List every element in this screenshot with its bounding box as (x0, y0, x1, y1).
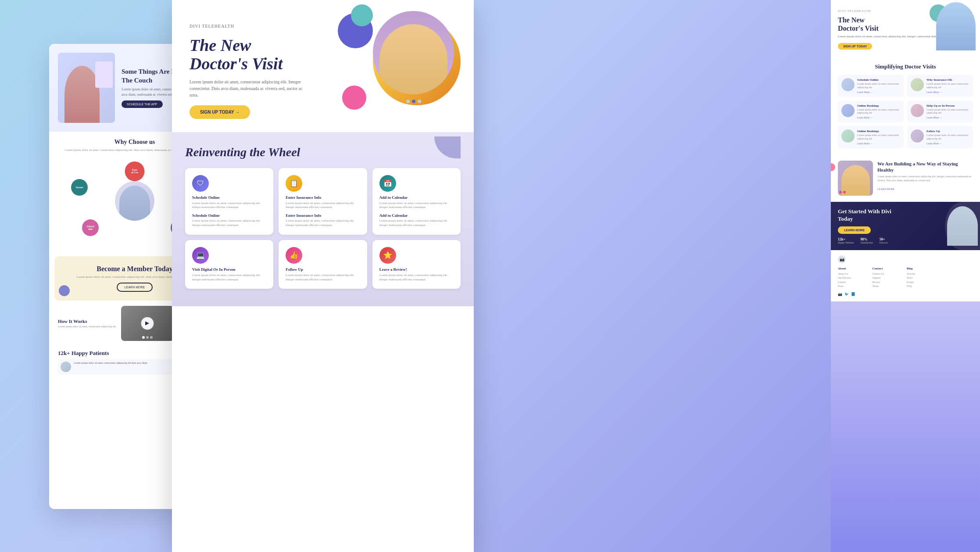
play-dot-right (843, 191, 846, 194)
doctor-figure (936, 2, 976, 50)
get-started-button[interactable]: LEARN MORE (838, 226, 871, 234)
hero-photo (373, 11, 454, 94)
building-heading: We Are Building a New Way of Staying Hea… (877, 161, 973, 173)
card3-repeat-title: Add to Calendar (379, 213, 454, 218)
card6-desc: Lorem ipsum dolor sit amet, consectetur … (379, 273, 454, 282)
how-works-image: ▶ (121, 306, 174, 341)
center-panel: DIVI TELEHEALTH The New Doctor's Visit L… (172, 0, 474, 552)
center-hero: DIVI TELEHEALTH The New Doctor's Visit L… (172, 0, 474, 132)
card4-desc: Lorem ipsum dolor sit amet, consectetur … (192, 273, 266, 282)
schedule-online-icon: 🛡 (192, 175, 209, 192)
play-button[interactable]: ▶ (141, 317, 154, 330)
simplifying-heading: Simplifying Doctor Visits (838, 63, 973, 70)
card5-desc: Lorem ipsum dolor sit amet, consectetur … (286, 273, 360, 282)
patient-info: Lorem ipsum dolor sit amet consectetur a… (74, 362, 147, 364)
card4-title: Visit Digital Or In Person (192, 267, 266, 272)
follow-up-icon: 👍 (286, 247, 302, 264)
simplifying-section: Simplifying Doctor Visits Schedule Onlin… (831, 57, 980, 154)
card2-desc: Lorem ipsum dolor sit amet, consectetur … (286, 201, 360, 210)
feature-card-1: 🛡 Schedule Online Lorem ipsum dolor sit … (185, 168, 273, 235)
simp-card-4: Help Up or In Person Lorem ipsum dolor s… (907, 100, 973, 123)
how-works-heading: How It Works (58, 319, 117, 324)
right-panel: DIVI TELEHEALTH The New Doctor's Visit L… (831, 0, 980, 552)
feature-card-4: 💻 Visit Digital Or In Person Lorem ipsum… (185, 240, 273, 289)
feature-card-6: ⭐ Leave a Review! Lorem ipsum dolor sit … (372, 240, 461, 289)
simp-text-2: Why Insurance OK Lorem ipsum dolor sit a… (926, 78, 969, 93)
footer-icon-3[interactable]: 📘 (851, 292, 855, 296)
social-row: 📷 (838, 255, 973, 263)
pink-deco-left (831, 163, 835, 171)
vdot-2 (146, 336, 149, 339)
patient-avatar (61, 362, 71, 372)
signup-button[interactable]: SIGN UP TODAY → (190, 105, 250, 119)
get-started-heading: Get Started With Divi Today (838, 208, 904, 223)
features-heading: Reinventing the Wheel (185, 145, 461, 159)
footer-col-about: About About UsOur DoctorsCareersPress (838, 267, 870, 289)
card1-repeat-title: Schedule Online (192, 213, 266, 218)
simp-card-1: Schedule Online Lorem ipsum dolor sit am… (838, 75, 904, 97)
right-hero-button[interactable]: SIGN UP TODAY (838, 43, 872, 50)
simp-text-1: Schedule Online Lorem ipsum dolor sit am… (857, 78, 900, 93)
card3-desc: Lorem ipsum dolor sit amet, consectetur … (379, 201, 454, 210)
feature-card-2: 📋 Enter Insurance Info Lorem ipsum dolor… (279, 168, 367, 235)
diagram-center-image (115, 181, 154, 221)
footer-grid: About About UsOur DoctorsCareersPress Co… (838, 267, 973, 289)
insurance-icon: 📋 (286, 175, 302, 192)
dot-1 (406, 100, 410, 103)
digital-visit-icon: 💻 (192, 247, 209, 264)
feature-card-5: 👍 Follow Up Lorem ipsum dolor sit amet, … (279, 240, 367, 289)
simp-text-4: Help Up or In Person Lorem ipsum dolor s… (926, 104, 969, 119)
calendar-icon: 📅 (379, 175, 396, 192)
footer-icon-1[interactable]: 📷 (838, 292, 842, 296)
building-learn-more[interactable]: LEARN MORE (877, 188, 894, 190)
doc-deco-figure (947, 206, 978, 246)
dot-2 (412, 100, 415, 103)
dot-3 (418, 100, 421, 103)
building-desc: Lorem ipsum dolor sit amet, consectetur … (877, 175, 973, 182)
simp-card-2: Why Insurance OK Lorem ipsum dolor sit a… (907, 75, 973, 97)
simp-icon-2 (911, 78, 924, 91)
hero-circle-teal (351, 4, 373, 26)
right-hero-image (923, 0, 980, 53)
left-hero-button[interactable]: SCHEDULE THE APP (122, 100, 163, 108)
member-deco-blue (59, 285, 70, 296)
bubble-bl: Affordable (82, 219, 99, 236)
patient-text: Lorem ipsum dolor sit amet consectetur a… (74, 362, 147, 364)
stat-3: 50+ Doctors (880, 237, 888, 244)
stat-2: 98% Satisfaction (861, 237, 873, 244)
vdot-3 (150, 336, 153, 339)
center-hero-desc: Lorem ipsum dolor sit amet, consectetur … (190, 79, 312, 98)
features-grid: 🛡 Schedule Online Lorem ipsum dolor sit … (185, 168, 461, 289)
hero-dots (406, 100, 421, 103)
footer-section: 📷 About About UsOur DoctorsCareersPress … (831, 250, 980, 301)
simp-card-5: Online Bookings Lorem ipsum dolor sit am… (838, 126, 904, 148)
simp-icon-5 (841, 129, 855, 143)
play-dot-left (839, 191, 842, 194)
card1-desc: Lorem ipsum dolor sit amet, consectetur … (192, 201, 266, 210)
left-hero-image (58, 53, 115, 123)
hero-visual (338, 9, 461, 114)
building-section: We Are Building a New Way of Staying Hea… (831, 154, 980, 202)
how-works-desc: Lorem ipsum dolor sit amet, consectetur … (58, 325, 117, 328)
card2-title: Enter Insurance Info (286, 195, 360, 200)
review-icon: ⭐ (379, 247, 396, 264)
member-button[interactable]: LEARN MORE (117, 283, 153, 292)
footer-social-bottom: 📷 🐦 📘 (838, 292, 973, 296)
card3-title: Add to Calendar (379, 195, 454, 200)
building-text: We Are Building a New Way of Staying Hea… (877, 161, 973, 192)
right-hero: DIVI TELEHEALTH The New Doctor's Visit L… (831, 0, 980, 57)
instagram-icon[interactable]: 📷 (838, 255, 846, 263)
bubble-tl: Secure (71, 179, 88, 196)
building-image (838, 161, 873, 196)
simp-card-6: Follow Up Lorem ipsum dolor sit amet con… (907, 126, 973, 148)
stat-1: 12k+ Happy Patients (838, 237, 854, 244)
simp-text-5: Online Bookings Lorem ipsum dolor sit am… (857, 129, 900, 145)
bubble-top: Easeof Use (125, 161, 145, 181)
footer-icon-2[interactable]: 🐦 (844, 292, 849, 296)
card3-repeat-desc: Lorem ipsum dolor sit amet, consectetur … (379, 219, 454, 228)
features-section: Reinventing the Wheel 🛡 Schedule Online … (172, 132, 474, 307)
get-started-section: Get Started With Divi Today LEARN MORE 1… (831, 202, 980, 250)
card6-title: Leave a Review! (379, 267, 454, 272)
how-works-text: How It Works Lorem ipsum dolor sit amet,… (58, 319, 117, 328)
simp-icon-6 (911, 129, 924, 143)
